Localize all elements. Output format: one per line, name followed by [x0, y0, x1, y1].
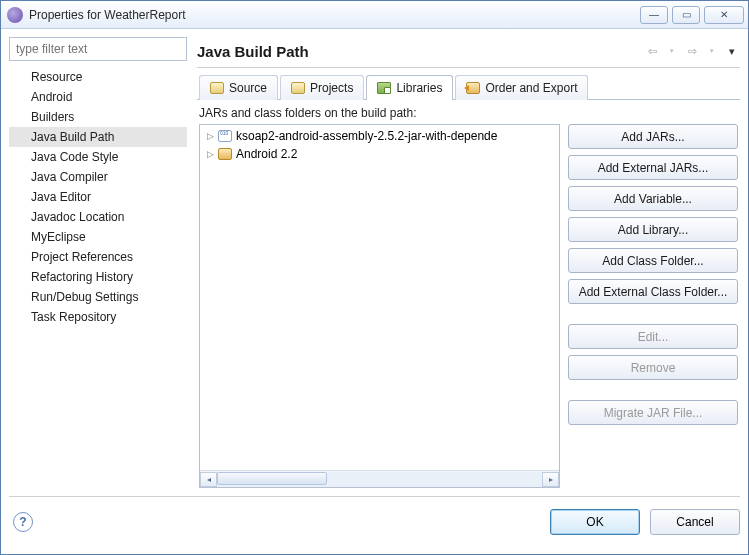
tree-item-project-references[interactable]: Project References: [9, 247, 187, 267]
window-title: Properties for WeatherReport: [29, 8, 186, 22]
cancel-button[interactable]: Cancel: [650, 509, 740, 535]
list-item-label: ksoap2-android-assembly-2.5.2-jar-with-d…: [236, 129, 497, 143]
tree-item-java-build-path[interactable]: Java Build Path: [9, 127, 187, 147]
nav-forward-dropdown-icon[interactable]: ▾: [704, 43, 720, 59]
minimize-icon: —: [649, 9, 659, 20]
tab-order-export[interactable]: Order and Export: [455, 75, 588, 100]
scroll-left-icon[interactable]: ◂: [200, 472, 217, 487]
tab-projects[interactable]: Projects: [280, 75, 364, 100]
tree-item-android[interactable]: Android: [9, 87, 187, 107]
header-divider: [197, 67, 740, 68]
horizontal-scrollbar[interactable]: ◂ ▸: [200, 470, 559, 487]
tree-item-java-code-style[interactable]: Java Code Style: [9, 147, 187, 167]
tab-body: JARs and class folders on the build path…: [197, 100, 740, 490]
minimize-button[interactable]: —: [640, 6, 668, 24]
tree-item-javadoc-location[interactable]: Javadoc Location: [9, 207, 187, 227]
help-icon: ?: [19, 515, 26, 529]
expand-icon[interactable]: ▷: [204, 130, 216, 142]
add-class-folder-button[interactable]: Add Class Folder...: [568, 248, 738, 273]
nav-forward-icon[interactable]: ⇨: [684, 43, 700, 59]
upper-area: Resource Android Builders Java Build Pat…: [1, 29, 748, 490]
tab-bar: Source Projects Libraries Order and Expo…: [197, 74, 740, 100]
scroll-thumb[interactable]: [217, 472, 327, 485]
nav-menu-icon[interactable]: ▾: [724, 43, 740, 59]
titlebar[interactable]: Properties for WeatherReport — ▭ ✕: [1, 1, 748, 29]
tab-label: Order and Export: [485, 81, 577, 95]
scroll-track[interactable]: [217, 472, 542, 487]
tree-item-myeclipse[interactable]: MyEclipse: [9, 227, 187, 247]
app-icon: [7, 7, 23, 23]
jar-icon: [218, 130, 232, 142]
button-column: Add JARs... Add External JARs... Add Var…: [568, 124, 738, 488]
list-item[interactable]: ▷ ksoap2-android-assembly-2.5.2-jar-with…: [200, 127, 559, 145]
order-export-icon: [466, 82, 480, 94]
tab-libraries[interactable]: Libraries: [366, 75, 453, 100]
tree-item-run-debug-settings[interactable]: Run/Debug Settings: [9, 287, 187, 307]
ok-button[interactable]: OK: [550, 509, 640, 535]
tab-source[interactable]: Source: [199, 75, 278, 100]
category-tree[interactable]: Resource Android Builders Java Build Pat…: [9, 67, 187, 327]
add-library-button[interactable]: Add Library...: [568, 217, 738, 242]
properties-dialog: Properties for WeatherReport — ▭ ✕ Resou…: [0, 0, 749, 555]
filter-input[interactable]: [9, 37, 187, 61]
tree-item-java-compiler[interactable]: Java Compiler: [9, 167, 187, 187]
tab-label: Source: [229, 81, 267, 95]
page-title: Java Build Path: [197, 43, 644, 60]
tree-item-resource[interactable]: Resource: [9, 67, 187, 87]
add-external-class-folder-button[interactable]: Add External Class Folder...: [568, 279, 738, 304]
maximize-icon: ▭: [682, 9, 691, 20]
left-panel: Resource Android Builders Java Build Pat…: [9, 37, 187, 490]
libraries-icon: [377, 82, 391, 94]
list-item[interactable]: ▷ Android 2.2: [200, 145, 559, 163]
add-jars-button[interactable]: Add JARs...: [568, 124, 738, 149]
list-item-label: Android 2.2: [236, 147, 297, 161]
close-button[interactable]: ✕: [704, 6, 744, 24]
list-area[interactable]: ▷ ksoap2-android-assembly-2.5.2-jar-with…: [200, 125, 559, 470]
tab-label: Projects: [310, 81, 353, 95]
android-lib-icon: [218, 148, 232, 160]
projects-folder-icon: [291, 82, 305, 94]
add-variable-button[interactable]: Add Variable...: [568, 186, 738, 211]
close-icon: ✕: [720, 9, 728, 20]
tab-label: Libraries: [396, 81, 442, 95]
tree-item-java-editor[interactable]: Java Editor: [9, 187, 187, 207]
client-area: Resource Android Builders Java Build Pat…: [1, 29, 748, 554]
libraries-list[interactable]: ▷ ksoap2-android-assembly-2.5.2-jar-with…: [199, 124, 560, 488]
maximize-button[interactable]: ▭: [672, 6, 700, 24]
scroll-right-icon[interactable]: ▸: [542, 472, 559, 487]
tree-item-refactoring-history[interactable]: Refactoring History: [9, 267, 187, 287]
edit-button[interactable]: Edit...: [568, 324, 738, 349]
remove-button[interactable]: Remove: [568, 355, 738, 380]
nav-icons: ⇦ ▾ ⇨ ▾ ▾: [644, 43, 740, 59]
libraries-caption: JARs and class folders on the build path…: [199, 106, 738, 120]
add-external-jars-button[interactable]: Add External JARs...: [568, 155, 738, 180]
nav-back-dropdown-icon[interactable]: ▾: [664, 43, 680, 59]
tree-item-builders[interactable]: Builders: [9, 107, 187, 127]
tree-item-task-repository[interactable]: Task Repository: [9, 307, 187, 327]
body-split: ▷ ksoap2-android-assembly-2.5.2-jar-with…: [199, 124, 738, 488]
help-button[interactable]: ?: [13, 512, 33, 532]
page-header: Java Build Path ⇦ ▾ ⇨ ▾ ▾: [197, 37, 740, 65]
expand-icon[interactable]: ▷: [204, 148, 216, 160]
source-folder-icon: [210, 82, 224, 94]
nav-back-icon[interactable]: ⇦: [644, 43, 660, 59]
dialog-footer: ? OK Cancel: [9, 496, 740, 546]
right-panel: Java Build Path ⇦ ▾ ⇨ ▾ ▾ Source: [197, 37, 740, 490]
migrate-jar-button[interactable]: Migrate JAR File...: [568, 400, 738, 425]
